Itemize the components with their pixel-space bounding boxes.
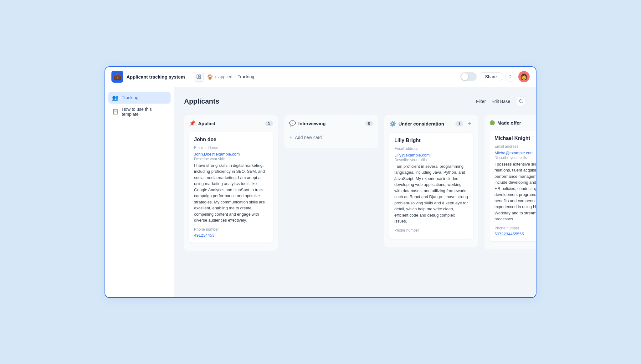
card-michael-knight-phone-label: Phone number — [495, 226, 536, 230]
topbar-right: ✏️ Share ? 👩 — [460, 71, 530, 82]
card-michael-knight: Michael Knight Email address Micha@examp… — [490, 131, 536, 241]
sidebar-item-tracking[interactable]: 👥 Tracking — [108, 92, 171, 104]
column-applied-title: Applied — [198, 121, 263, 126]
header-actions: Filter Edit Base — [476, 96, 526, 106]
svg-line-4 — [522, 102, 523, 103]
card-lilly-bright-name: Lilly Bright — [394, 138, 468, 143]
main-content: Applicants Filter Edit Base — [174, 87, 536, 297]
edit-base-button[interactable]: Edit Base — [491, 99, 510, 104]
app-window: 💼 Applicant tracking system 🏠 › applied … — [105, 66, 536, 298]
filter-button[interactable]: Filter — [476, 99, 486, 104]
column-interviewing-header: 💬 Interviewing 0 — [289, 120, 373, 127]
app-logo-icon: 💼 — [111, 71, 123, 83]
card-lilly-bright-email[interactable]: Lilly@example.com — [394, 153, 430, 157]
breadcrumb-home-icon[interactable]: 🏠 — [207, 74, 213, 80]
add-card-plus-icon: + — [289, 134, 293, 141]
card-lilly-bright-email-label: Email address — [394, 146, 468, 151]
breadcrumb: 🏠 › applied › Tracking — [207, 74, 254, 80]
card-john-doe-name: John doe — [194, 137, 268, 142]
column-made-offer: 🟢 Made offer 1 Michael Knight Email addr… — [485, 115, 536, 249]
column-under-consideration-count: 1 — [455, 121, 463, 126]
made-offer-icon: 🟢 — [490, 120, 495, 125]
app-name: Applicant tracking system — [126, 74, 185, 79]
card-john-doe-skills: I have strong skills in digital marketin… — [194, 162, 268, 223]
tracking-icon: 👥 — [112, 95, 119, 101]
sidebar-item-how-to-label: How to use this template — [122, 107, 167, 117]
column-interviewing-title: Interviewing — [298, 121, 363, 126]
topbar-logo: 💼 Applicant tracking system — [111, 71, 185, 83]
card-john-doe-email-label: Email address — [194, 146, 268, 150]
column-under-consideration-title: Under consideration — [398, 121, 444, 126]
card-john-doe: John doe Email address John.Doe@example.… — [189, 132, 273, 243]
column-interviewing: 💬 Interviewing 0 + Add new card — [284, 115, 378, 148]
card-john-doe-skills-label: Describe your skills — [194, 157, 268, 161]
column-made-offer-header: 🟢 Made offer 1 — [490, 120, 536, 126]
breadcrumb-tracking: Tracking — [238, 74, 254, 79]
card-michael-knight-email[interactable]: Micha@example.con — [495, 151, 533, 155]
sidebar-item-tracking-label: Tracking — [122, 95, 138, 100]
add-card-button[interactable]: + Add new card — [289, 132, 373, 143]
card-john-doe-email[interactable]: John.Doe@example.com — [194, 152, 240, 156]
column-interviewing-count: 0 — [365, 121, 373, 126]
card-michael-knight-skills: I possess extensive skills in employee r… — [495, 161, 536, 222]
column-made-offer-title: Made offer — [497, 120, 536, 126]
avatar[interactable]: 👩 — [518, 71, 530, 82]
card-lilly-bright-skills: I am proficient in several programming l… — [394, 163, 468, 224]
svg-rect-1 — [199, 75, 201, 76]
add-card-label: Add new card — [295, 135, 322, 140]
column-applied-count: 1 — [265, 121, 273, 126]
column-under-consideration-title-wrap: Under consideration — [398, 121, 453, 127]
content-header: Applicants Filter Edit Base — [184, 96, 526, 106]
column-applied-header: 📌 Applied 1 — [189, 120, 273, 127]
kanban-board: 📌 Applied 1 John doe Email address John.… — [184, 115, 526, 251]
template-icon: 📋 — [112, 108, 119, 115]
card-michael-knight-email-label: Email address — [495, 144, 536, 149]
edit-toggle[interactable]: ✏️ — [460, 72, 477, 81]
svg-rect-0 — [197, 75, 198, 79]
main-layout: 👥 Tracking 📋 How to use this template Ap… — [105, 87, 536, 297]
page-title: Applicants — [184, 97, 219, 105]
interviewing-icon: 💬 — [289, 120, 296, 127]
card-lilly-bright-phone-label: Phone number — [394, 228, 468, 233]
card-lilly-bright: Lilly Bright Email address Lilly@example… — [389, 133, 473, 239]
column-under-consideration: ⚙️ Under consideration 1 + Lilly Bright … — [384, 115, 478, 247]
sidebar-item-how-to[interactable]: 📋 How to use this template — [108, 104, 171, 119]
card-michael-knight-name: Michael Knight — [495, 136, 536, 141]
sidebar: 👥 Tracking 📋 How to use this template — [105, 87, 174, 297]
column-under-consideration-header: ⚙️ Under consideration 1 + — [389, 120, 473, 128]
applied-icon: 📌 — [189, 120, 196, 127]
card-lilly-bright-skills-label: Describe your skills — [394, 158, 468, 162]
card-john-doe-phone: 491234453 — [194, 233, 268, 238]
search-button[interactable] — [516, 96, 526, 106]
card-john-doe-phone-label: Phone number — [194, 227, 268, 232]
card-michael-knight-skills-label: Describe your skills — [495, 156, 536, 160]
share-button[interactable]: Share — [480, 72, 502, 81]
breadcrumb-hr[interactable]: applied — [218, 74, 232, 79]
under-consideration-add-button[interactable]: + — [466, 120, 473, 128]
help-button[interactable]: ? — [505, 72, 515, 82]
under-consideration-icon: ⚙️ — [389, 120, 396, 127]
column-applied: 📌 Applied 1 John doe Email address John.… — [184, 115, 278, 251]
add-panel-button[interactable] — [194, 72, 204, 82]
svg-rect-2 — [199, 77, 201, 79]
topbar: 💼 Applicant tracking system 🏠 › applied … — [105, 67, 536, 87]
card-michael-knight-phone: 5072234455555 — [495, 232, 536, 236]
